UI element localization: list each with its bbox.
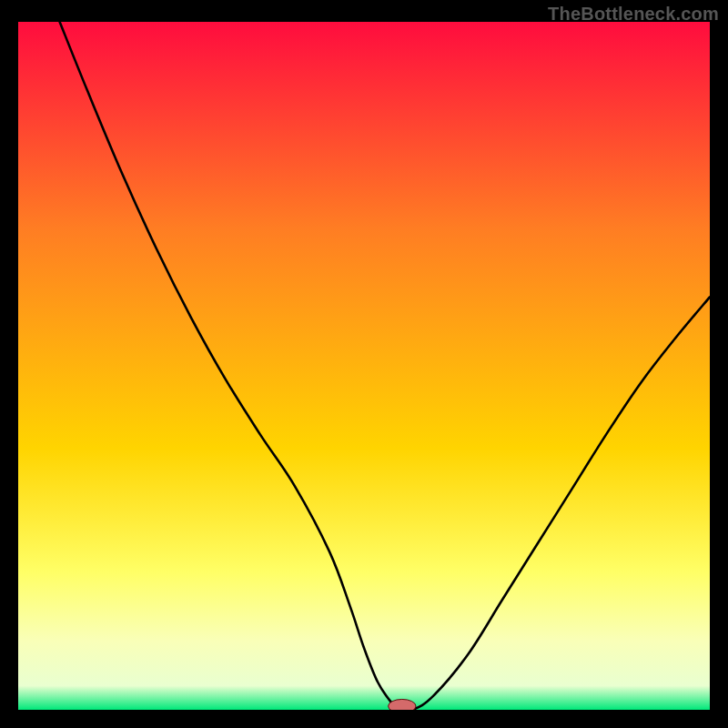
watermark-text: TheBottleneck.com (548, 4, 719, 25)
chart-frame: TheBottleneck.com (0, 0, 728, 728)
gradient-background (18, 22, 710, 710)
optimal-point-marker (389, 699, 416, 710)
plot-area (18, 22, 710, 710)
bottleneck-chart (18, 22, 710, 710)
